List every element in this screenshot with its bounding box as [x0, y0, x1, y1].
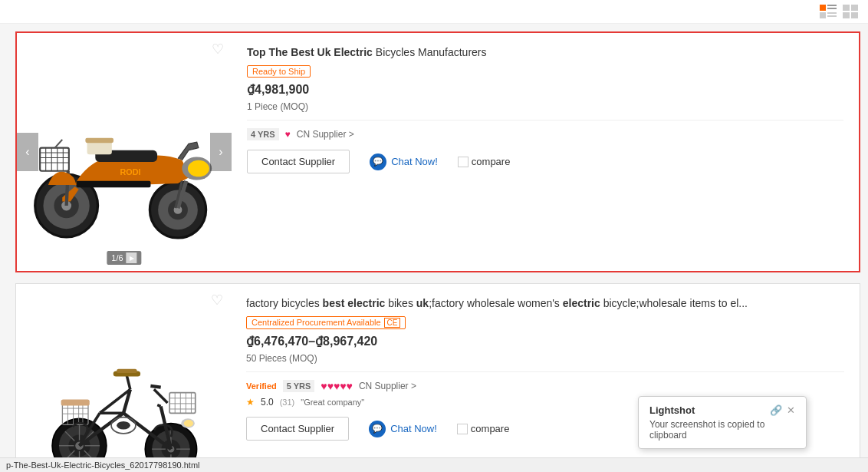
play-icon-1: ▶	[127, 253, 137, 263]
review-count-2: (31)	[280, 398, 295, 407]
lightshot-icons: 🔗 ✕	[770, 404, 795, 416]
product-card-1: ♡ ‹	[15, 31, 860, 272]
supplier-link-2[interactable]: CN Supplier >	[359, 381, 416, 391]
product-image-2	[35, 319, 212, 472]
product-moq-2: 50 Pieces (MOQ)	[246, 353, 844, 364]
svg-rect-34	[77, 181, 151, 188]
svg-text:RODI: RODI	[120, 167, 141, 177]
next-image-1[interactable]: ›	[210, 133, 232, 171]
svg-point-91	[184, 420, 193, 427]
svg-rect-9	[851, 12, 858, 18]
svg-rect-87	[61, 400, 90, 406]
lightshot-message: Your screenshot is copied to clipboard	[649, 419, 795, 441]
view-icons	[819, 5, 860, 18]
compare-label-2[interactable]: compare	[457, 423, 510, 434]
supplier-link-1[interactable]: CN Supplier >	[297, 129, 354, 140]
image-counter-1: 1/6 ▶	[107, 251, 141, 265]
company-review-2: "Great company"	[301, 398, 364, 407]
divider-1	[247, 120, 843, 120]
product-price-1: ₫4,981,900	[247, 82, 843, 97]
svg-rect-4	[827, 12, 837, 14]
grid-view-button[interactable]	[842, 5, 860, 18]
chat-icon-2: 💬	[369, 421, 386, 437]
svg-rect-36	[85, 138, 113, 143]
lightshot-minimize-icon[interactable]: 🔗	[770, 404, 782, 416]
compare-label-1[interactable]: compare	[458, 156, 511, 167]
contact-supplier-button-2[interactable]: Contact Supplier	[246, 417, 349, 441]
svg-rect-8	[843, 12, 850, 18]
svg-rect-0	[820, 5, 826, 11]
ready-badge-1: Ready to Ship	[247, 65, 311, 78]
ce-mark: CE	[384, 318, 401, 328]
action-row-1: Contact Supplier 💬 Chat Now! compare	[247, 148, 843, 176]
product-title-1: Top The Best Uk Electric Bicycles Manufa…	[247, 45, 843, 61]
url-bar: p-The-Best-Uk-Electric-Bicycles_62017798…	[0, 457, 868, 472]
product-image-wrapper-2: ♡	[16, 284, 231, 472]
svg-line-68	[150, 386, 160, 388]
svg-rect-7	[851, 5, 858, 11]
product-image-1: RODI	[17, 33, 232, 271]
lightshot-header: Lightshot 🔗 ✕	[649, 404, 795, 416]
svg-rect-1	[827, 5, 837, 6]
wishlist-icon-2[interactable]: ♡	[211, 292, 223, 309]
compare-checkbox-2[interactable]	[457, 424, 468, 434]
top-bar	[0, 0, 868, 24]
url-text: p-The-Best-Uk-Electric-Bicycles_62017798…	[6, 460, 200, 470]
chat-now-button-1[interactable]: 💬 Chat Now!	[359, 148, 449, 176]
prev-image-1[interactable]: ‹	[17, 133, 38, 171]
lightshot-title: Lightshot	[649, 404, 695, 416]
svg-rect-6	[843, 5, 850, 11]
supplier-row-1: 4 YRS ♥ CN Supplier >	[247, 128, 843, 140]
supplier-heart-icon-1: ♥	[285, 129, 291, 140]
product-info-1: Top The Best Uk Electric Bicycles Manufa…	[232, 33, 859, 271]
svg-point-21	[188, 160, 209, 177]
svg-line-66	[157, 405, 160, 407]
hearts-icon-2: ♥♥♥♥♥	[321, 380, 353, 392]
svg-rect-71	[117, 369, 137, 373]
supplier-row-2: Verified 5 YRS ♥♥♥♥♥ CN Supplier >	[246, 380, 844, 392]
years-badge-1: 4 YRS	[247, 128, 279, 140]
compare-checkbox-1[interactable]	[458, 157, 469, 167]
centralized-badge-2: Centralized Procurement Available CE	[246, 316, 406, 329]
svg-rect-3	[820, 12, 826, 18]
verified-badge-2: Verified	[246, 381, 277, 391]
lightshot-tooltip: Lightshot 🔗 ✕ Your screenshot is copied …	[638, 396, 807, 449]
svg-rect-5	[827, 15, 837, 17]
chat-icon-1: 💬	[370, 153, 386, 170]
wishlist-icon-1[interactable]: ♡	[212, 41, 224, 58]
product-title-2: factory bicycles best electric bikes uk;…	[246, 296, 844, 312]
contact-supplier-button-1[interactable]: Contact Supplier	[247, 150, 350, 173]
svg-point-89	[117, 421, 130, 430]
divider-2	[246, 371, 844, 372]
product-image-wrapper-1: ♡ ‹	[17, 33, 232, 271]
list-view-button[interactable]	[819, 5, 837, 18]
lightshot-close-icon[interactable]: ✕	[787, 404, 795, 416]
product-moq-1: 1 Piece (MOQ)	[247, 101, 843, 112]
rating-value-2: 5.0	[261, 397, 274, 408]
product-price-2: ₫6,476,470–₫8,967,420	[246, 334, 844, 348]
svg-rect-2	[827, 8, 837, 9]
star-icon-2: ★	[246, 397, 255, 408]
years-badge-2: 5 YRS	[283, 380, 315, 392]
chat-now-button-2[interactable]: 💬 Chat Now!	[358, 415, 448, 443]
